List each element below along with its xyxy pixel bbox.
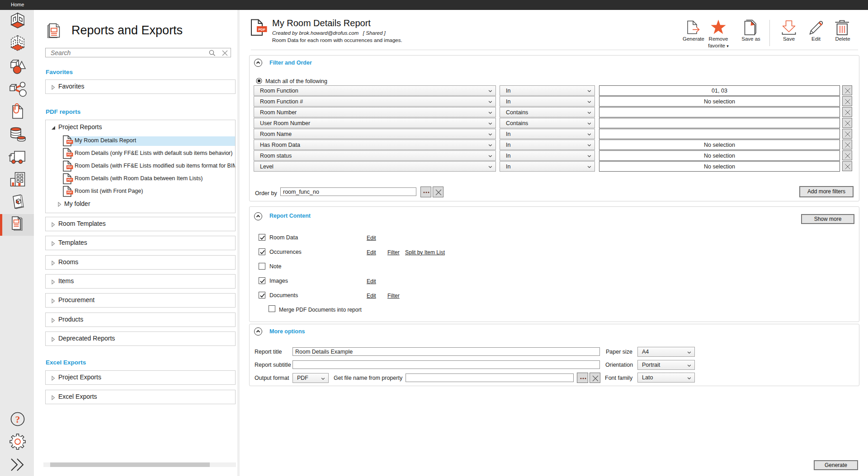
svg-text:PDF: PDF	[67, 153, 73, 156]
svg-text:PDF: PDF	[258, 28, 265, 32]
svg-text:PDF: PDF	[67, 191, 73, 194]
svg-text:PDF: PDF	[67, 178, 73, 181]
svg-text:PDF: PDF	[67, 166, 73, 168]
svg-text:?: ?	[15, 414, 20, 425]
svg-text:PDF: PDF	[67, 140, 73, 143]
